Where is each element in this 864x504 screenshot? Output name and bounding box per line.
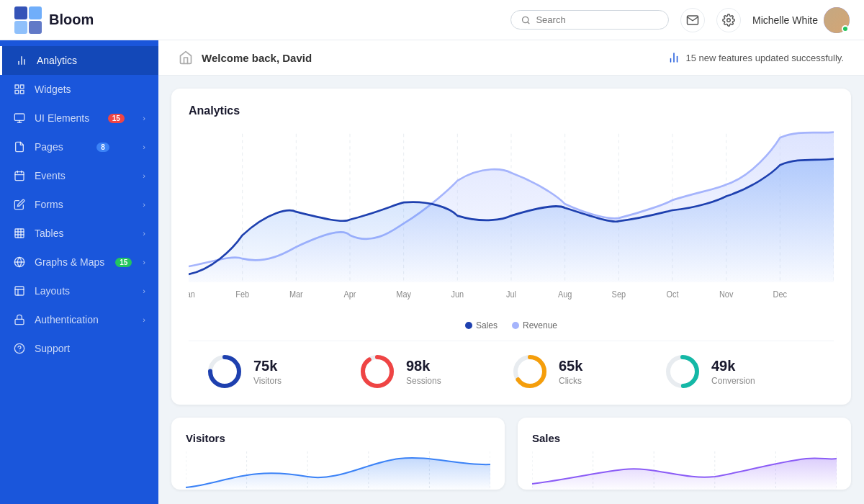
legend-label-sales: Sales bbox=[476, 320, 498, 330]
pages-chevron: › bbox=[143, 143, 145, 151]
layouts-chevron: › bbox=[143, 287, 145, 295]
svg-rect-28 bbox=[15, 287, 24, 295]
stat-label-sessions: Sessions bbox=[406, 376, 441, 386]
bottom-card-title-sales: Sales bbox=[532, 432, 837, 444]
sidebar-item-events[interactable]: Events › bbox=[0, 161, 158, 190]
donut-sessions bbox=[359, 353, 396, 390]
mail-button[interactable] bbox=[680, 8, 705, 32]
svg-text:Dec: Dec bbox=[773, 290, 788, 299]
sidebar-label-widgets: Widgets bbox=[35, 84, 71, 95]
svg-rect-3 bbox=[29, 21, 42, 34]
svg-rect-31 bbox=[15, 319, 24, 324]
header: Bloom Michelle White bbox=[0, 0, 864, 40]
avatar-wrap bbox=[824, 7, 850, 33]
main-layout: Analytics Widgets UI Elements 15 › Pages… bbox=[0, 40, 864, 504]
settings-button[interactable] bbox=[716, 8, 741, 32]
legend-revenue: Revenue bbox=[512, 320, 557, 330]
sidebar-item-analytics[interactable]: Analytics bbox=[0, 46, 158, 75]
sidebar-item-ui-elements[interactable]: UI Elements 15 › bbox=[0, 104, 158, 132]
sidebar-label-layouts: Layouts bbox=[35, 285, 70, 297]
search-input[interactable] bbox=[536, 14, 658, 25]
logo-text: Bloom bbox=[49, 12, 94, 28]
tables-icon bbox=[13, 227, 26, 240]
stat-info-conversion: 49k Conversion bbox=[711, 358, 755, 386]
graphs-maps-chevron: › bbox=[143, 258, 145, 266]
sidebar-item-graphs-maps[interactable]: Graphs & Maps 15 › bbox=[0, 248, 158, 276]
ui-elements-badge: 15 bbox=[108, 114, 125, 123]
sidebar-label-tables: Tables bbox=[35, 228, 63, 239]
svg-rect-14 bbox=[14, 114, 24, 120]
sidebar-item-widgets[interactable]: Widgets bbox=[0, 75, 158, 104]
sidebar-label-authentication: Authentication bbox=[35, 314, 99, 325]
donut-visitors bbox=[206, 353, 243, 390]
bottom-card-title-visitors: Visitors bbox=[186, 432, 490, 444]
stat-value-visitors: 75k bbox=[253, 358, 282, 374]
sidebar-item-authentication[interactable]: Authentication › bbox=[0, 305, 158, 334]
stat-info-clicks: 65k Clicks bbox=[559, 358, 582, 386]
legend-dot-sales bbox=[465, 322, 472, 329]
logo-icon bbox=[14, 6, 42, 34]
analytics-icon bbox=[15, 54, 28, 67]
svg-line-5 bbox=[528, 22, 529, 23]
authentication-chevron: › bbox=[143, 315, 145, 324]
analytics-chart-svg: Jan Feb Mar Apr May Jun Jul Aug Sep Oct … bbox=[189, 126, 834, 313]
stats-row: 75k Visitors 98k Sessions bbox=[189, 341, 834, 405]
stat-value-conversion: 49k bbox=[711, 358, 755, 374]
sidebar-item-pages[interactable]: Pages 8 › bbox=[0, 132, 158, 161]
donut-conversion bbox=[664, 353, 701, 390]
user-name: Michelle White bbox=[752, 14, 818, 26]
svg-text:May: May bbox=[396, 290, 411, 299]
sidebar-item-layouts[interactable]: Layouts › bbox=[0, 276, 158, 305]
forms-chevron: › bbox=[143, 200, 145, 209]
sidebar-label-events: Events bbox=[35, 170, 66, 181]
stat-sessions: 98k Sessions bbox=[359, 353, 511, 390]
svg-rect-10 bbox=[15, 85, 19, 89]
sidebar-label-graphs-maps: Graphs & Maps bbox=[35, 256, 104, 268]
svg-rect-17 bbox=[15, 172, 24, 181]
search-icon bbox=[521, 15, 530, 25]
sidebar-label-analytics: Analytics bbox=[37, 55, 77, 66]
legend-sales: Sales bbox=[465, 320, 498, 330]
user-area[interactable]: Michelle White bbox=[752, 7, 850, 33]
svg-text:Mar: Mar bbox=[289, 290, 303, 299]
chart-update-icon bbox=[667, 51, 680, 64]
analytics-chart: Jan Feb Mar Apr May Jun Jul Aug Sep Oct … bbox=[189, 126, 834, 313]
sidebar-item-support[interactable]: Support bbox=[0, 334, 158, 363]
svg-rect-1 bbox=[29, 6, 42, 19]
online-indicator bbox=[842, 25, 849, 32]
sidebar-item-forms[interactable]: Forms › bbox=[0, 190, 158, 219]
search-box[interactable] bbox=[510, 10, 669, 30]
layouts-icon bbox=[13, 284, 26, 297]
sidebar-label-pages: Pages bbox=[35, 141, 63, 153]
svg-text:Aug: Aug bbox=[558, 290, 572, 299]
sidebar-label-support: Support bbox=[35, 343, 70, 354]
svg-text:Jan: Jan bbox=[189, 290, 195, 299]
legend-dot-revenue bbox=[512, 322, 519, 329]
svg-text:Apr: Apr bbox=[343, 290, 356, 299]
graphs-maps-badge: 15 bbox=[115, 258, 132, 267]
sidebar-label-forms: Forms bbox=[35, 199, 63, 210]
welcome-notification: 15 new features updated successfully. bbox=[686, 53, 844, 63]
events-icon bbox=[13, 169, 26, 182]
content-area: Welcome back, David 15 new features upda… bbox=[158, 40, 864, 504]
svg-point-6 bbox=[727, 18, 731, 22]
stat-clicks: 65k Clicks bbox=[511, 353, 664, 390]
stat-value-clicks: 65k bbox=[559, 358, 582, 374]
welcome-left: Welcome back, David bbox=[179, 50, 312, 65]
forms-icon bbox=[13, 198, 26, 211]
ui-elements-chevron: › bbox=[143, 114, 145, 122]
svg-rect-11 bbox=[20, 85, 24, 89]
ui-elements-icon bbox=[13, 112, 26, 125]
stat-visitors: 75k Visitors bbox=[206, 353, 359, 390]
stat-label-clicks: Clicks bbox=[559, 376, 582, 386]
welcome-bar: Welcome back, David 15 new features upda… bbox=[158, 40, 864, 76]
sidebar-item-tables[interactable]: Tables › bbox=[0, 219, 158, 248]
svg-rect-21 bbox=[15, 229, 24, 238]
stat-info-sessions: 98k Sessions bbox=[406, 358, 441, 386]
svg-text:Jun: Jun bbox=[451, 290, 464, 299]
gear-icon bbox=[722, 14, 735, 27]
bottom-card-visitors: Visitors bbox=[171, 418, 505, 490]
stat-label-visitors: Visitors bbox=[253, 376, 282, 386]
stat-value-sessions: 98k bbox=[406, 358, 441, 374]
bottom-row: Visitors bbox=[171, 418, 851, 490]
